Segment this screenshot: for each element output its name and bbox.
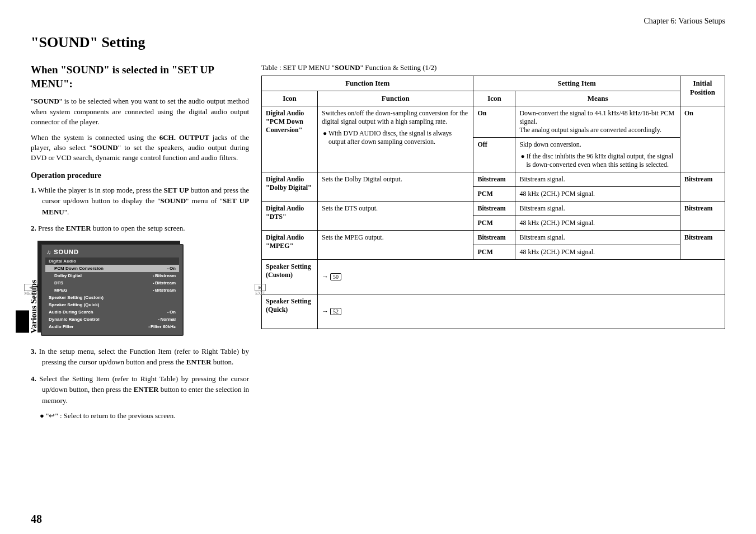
- cell-setting-icon: Bitstream: [473, 172, 515, 187]
- text-bold: ENTER: [186, 358, 212, 366]
- cell-function: Switches on/off the down-sampling conver…: [318, 106, 473, 172]
- side-tab-icon: [16, 311, 29, 333]
- text-bold: SOUND: [34, 97, 59, 105]
- cell-icon: Speaker Setting (Quick): [262, 294, 318, 329]
- function-setting-table: Function Item Setting Item Initial Posit…: [261, 76, 725, 329]
- osd-row: DTSBitstream: [45, 279, 179, 287]
- text-bold: SOUND: [92, 143, 118, 152]
- step-1: 1. While the player is in stop mode, pre…: [31, 185, 249, 218]
- th-icon: Icon: [262, 91, 318, 106]
- text: " menu of ": [186, 196, 223, 205]
- osd-section-digital-audio: Digital Audio: [45, 257, 179, 265]
- cell-means: 48 kHz (2CH.) PCM signal.: [515, 245, 680, 260]
- text: While the player is in stop mode, press …: [36, 186, 164, 194]
- osd-title: ♫ SOUND: [45, 247, 179, 257]
- right-column: Table : SET UP MENU "SOUND" Function & S…: [261, 63, 725, 420]
- cell-setting-icon: PCM: [473, 245, 515, 260]
- osd-row: MPEGBitstream: [45, 287, 179, 294]
- cell-icon: Digital Audio "MPEG": [262, 231, 318, 260]
- cell-means: 48 kHz (2CH.) PCM signal.: [515, 187, 680, 202]
- page-title: "SOUND" Setting: [31, 34, 725, 51]
- osd-row: Dynamic Range ControlNormal: [45, 316, 179, 323]
- osd-screenshot: ◀ MENU ▶ EXIT ♫ SOUND Digital Audio PCM …: [41, 244, 249, 336]
- cell-setting-icon: Off: [473, 138, 515, 172]
- cell-icon: Speaker Setting (Custom): [262, 260, 318, 294]
- cell-means: Bitstream signal.: [515, 172, 680, 187]
- text-bold: SOUND: [161, 196, 186, 205]
- chapter-label: Chapter 6: Various Setups: [31, 17, 725, 26]
- osd-row: Dolby DigitalBitstream: [45, 272, 179, 279]
- cell-setting-icon: PCM: [473, 187, 515, 202]
- text-bold: 6CH. OUTPUT: [159, 133, 209, 142]
- cell-page-ref: → 50: [318, 260, 725, 294]
- table-caption: Table : SET UP MENU "SOUND" Function & S…: [261, 63, 725, 72]
- cell-setting-icon: On: [473, 106, 515, 138]
- cell-initial: Bitstream: [680, 172, 725, 202]
- cell-page-ref: → 52: [318, 294, 725, 329]
- osd-row: Speaker Setting (Custom): [45, 294, 179, 301]
- text: button to open the setup screen.: [91, 224, 185, 232]
- cell-means: Bitstream signal.: [515, 202, 680, 216]
- cell-setting-icon: Bitstream: [473, 231, 515, 245]
- text: " is to be selected when you want to set…: [31, 97, 249, 125]
- step-2: 2. Press the ENTER button to open the se…: [31, 223, 249, 234]
- th-function-item: Function Item: [262, 76, 473, 91]
- step-number: 1.: [31, 186, 36, 194]
- text: Press the: [36, 224, 66, 232]
- step-number: 2.: [31, 224, 36, 232]
- cell-means: 48 kHz (2CH.) PCM signal.: [515, 216, 680, 231]
- cell-function: Sets the MPEG output.: [318, 231, 473, 260]
- th-initial-position: Initial Position: [680, 76, 725, 106]
- osd-row: Audio During SearchOn: [45, 308, 179, 316]
- section-heading: When "SOUND" is selected in "SET UP MENU…: [31, 63, 249, 91]
- operation-procedure-heading: Operation procedure: [31, 171, 249, 180]
- text-bold: ENTER: [134, 385, 159, 394]
- cell-icon: Digital Audio "DTS": [262, 202, 318, 231]
- step-4: 4. Select the Setting Item (refer to Rig…: [31, 373, 249, 406]
- cell-function: Sets the Dolby Digital output.: [318, 172, 473, 202]
- cell-setting-icon: PCM: [473, 216, 515, 231]
- osd-row: Speaker Setting (Quick): [45, 301, 179, 308]
- cell-initial: Bitstream: [680, 202, 725, 231]
- cell-means: Bitstream signal.: [515, 231, 680, 245]
- cell-means: Skip down conversion. ● If the disc inhi…: [515, 138, 680, 172]
- intro-paragraph-1: "SOUND" is to be selected when you want …: [31, 96, 249, 127]
- text-bold: ENTER: [66, 224, 91, 232]
- exit-right-icon: ▶ EXIT: [255, 284, 266, 296]
- cell-function: Sets the DTS output.: [318, 202, 473, 231]
- text-bold: SET UP: [163, 186, 189, 194]
- th-icon: Icon: [473, 91, 515, 106]
- page-number: 48: [31, 513, 42, 526]
- text: When the system is connected using the: [31, 133, 159, 142]
- text: ".: [64, 208, 69, 216]
- th-means: Means: [515, 91, 680, 106]
- side-tab-label: Various Setups: [29, 280, 39, 334]
- cell-initial: Bitstream: [680, 231, 725, 260]
- step-number: 3.: [31, 347, 36, 355]
- step-number: 4.: [31, 374, 36, 383]
- left-column: When "SOUND" is selected in "SET UP MENU…: [31, 63, 249, 420]
- intro-paragraph-2: When the system is connected using the 6…: [31, 133, 249, 163]
- th-setting-item: Setting Item: [473, 76, 680, 91]
- cell-icon: Digital Audio "Dolby Digital": [262, 172, 318, 202]
- cell-means: Down-convert the signal to 44.1 kHz/48 k…: [515, 106, 680, 138]
- sound-icon: ♫: [46, 249, 51, 255]
- step-3: 3. In the setup menu, select the Functio…: [31, 346, 249, 368]
- th-function: Function: [318, 91, 473, 106]
- text: button.: [212, 358, 234, 366]
- cell-setting-icon: Bitstream: [473, 202, 515, 216]
- return-note: ● "↩" : Select to return to the previous…: [31, 411, 249, 420]
- cell-icon: Digital Audio "PCM Down Conversion": [262, 106, 318, 172]
- cell-initial: On: [680, 106, 725, 172]
- osd-row: Audio FilterFilter 60kHz: [45, 323, 179, 330]
- osd-row: PCM Down ConversionOn: [45, 265, 179, 272]
